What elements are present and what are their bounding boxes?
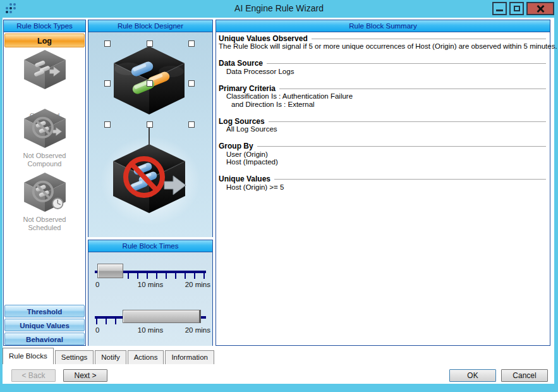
next-button[interactable]: Next > xyxy=(63,369,107,382)
section-text: The Rule Block will signal if 5 or more … xyxy=(219,42,546,51)
ok-button[interactable]: OK xyxy=(449,369,496,382)
behavioral-button[interactable]: Behavioral xyxy=(4,333,85,345)
clock-icon xyxy=(52,199,63,209)
unique-values-button[interactable]: Unique Values xyxy=(4,319,85,331)
summary-section: Log Sources All Log Sources xyxy=(219,117,546,133)
minimize-icon xyxy=(496,9,503,11)
titlebar: AI Engine Rule Wizard xyxy=(0,0,558,18)
maximize-icon xyxy=(514,6,520,11)
time-slider-handle[interactable] xyxy=(97,264,123,278)
close-icon xyxy=(537,5,544,13)
tick-label: 10 mins xyxy=(133,326,168,334)
selection-handle[interactable] xyxy=(147,80,153,87)
rule-block-summary-header: Rule Block Summary xyxy=(216,20,550,32)
rule-block-types-panel: Rule Block Types Log Observed xyxy=(3,20,86,346)
tick-label: 10 mins xyxy=(133,281,168,288)
section-title: Unique Values xyxy=(219,175,270,183)
selection-handle[interactable] xyxy=(188,121,195,128)
section-title: Group By xyxy=(219,142,253,150)
type-label: Not Observed xyxy=(4,216,85,224)
tick-label: 20 mins xyxy=(185,281,210,288)
tab-information[interactable]: Information xyxy=(165,350,214,364)
section-text: Host (Impacted) xyxy=(219,158,546,166)
summary-section: Data Source Data Processor Logs xyxy=(219,59,546,76)
tab-actions[interactable]: Actions xyxy=(128,350,164,364)
section-text: Host (Origin) >= 5 xyxy=(219,183,546,192)
designer-canvas[interactable] xyxy=(88,32,212,237)
tab-settings[interactable]: Settings xyxy=(55,350,94,364)
tick-label: 0 xyxy=(95,281,99,288)
selection-handle[interactable] xyxy=(104,40,111,47)
dialog-client-area: Rule Block Types Log Observed xyxy=(3,18,554,384)
section-title: Log Sources xyxy=(219,117,265,126)
selection-handle[interactable] xyxy=(104,80,111,87)
not-observed-scheduled-cube-icon xyxy=(21,171,69,213)
rule-block-times-panel: Rule Block Times 0 10 mins 20 mins 0 10 … xyxy=(88,240,213,346)
time-slider-ticks xyxy=(128,271,206,279)
selection-handle[interactable] xyxy=(188,40,195,47)
section-title: Unique Values Observed xyxy=(219,34,308,43)
not-observed-compound-cube-icon xyxy=(21,107,69,149)
summary-section: Primary Criteria Classification Is : Aut… xyxy=(219,84,546,108)
tick-label: 0 xyxy=(95,326,99,334)
section-text: All Log Sources xyxy=(219,125,546,133)
selection-handle[interactable] xyxy=(188,80,195,87)
rule-block-designer-header: Rule Block Designer xyxy=(88,20,212,32)
type-label: Not Observed xyxy=(4,152,85,160)
type-item-not-observed-scheduled[interactable]: Not Observed Scheduled xyxy=(4,171,85,213)
selection-handle[interactable] xyxy=(104,121,111,128)
not-observed-cube[interactable] xyxy=(107,141,193,217)
section-text: User (Origin) xyxy=(219,150,546,159)
type-label: Compound xyxy=(4,160,85,168)
type-item-not-observed-compound[interactable]: Not Observed Compound xyxy=(4,107,85,149)
section-text: and Direction Is : External xyxy=(219,101,546,109)
cancel-button[interactable]: Cancel xyxy=(501,369,548,382)
summary-section: Group By User (Origin) Host (Impacted) xyxy=(219,142,546,166)
section-text: Classification Is : Authentication Failu… xyxy=(219,92,546,101)
section-title: Data Source xyxy=(219,59,263,68)
time-range-ticks xyxy=(96,316,124,324)
rule-block-types-header: Rule Block Types xyxy=(4,20,85,32)
section-text: Data Processor Logs xyxy=(219,68,546,76)
tab-notify[interactable]: Notify xyxy=(95,350,126,364)
threshold-button[interactable]: Threshold xyxy=(4,305,85,317)
close-button[interactable] xyxy=(526,2,554,15)
summary-section: Unique Values Host (Origin) >= 5 xyxy=(219,175,546,192)
section-title: Primary Criteria xyxy=(219,84,276,93)
selection-handle[interactable] xyxy=(147,40,153,47)
rule-block-designer-panel: Rule Block Designer xyxy=(88,20,213,237)
summary-section: Unique Values Observed The Rule Block wi… xyxy=(219,34,546,51)
back-button[interactable]: < Back xyxy=(11,369,56,382)
maximize-button[interactable] xyxy=(509,2,524,15)
window-title: AI Engine Rule Wizard xyxy=(0,3,558,13)
minimize-button[interactable] xyxy=(492,2,507,15)
tab-rule-blocks[interactable]: Rule Blocks xyxy=(3,348,54,364)
observed-cube-icon xyxy=(21,49,69,90)
type-label: Scheduled xyxy=(4,224,85,232)
time-range-handle[interactable] xyxy=(123,310,201,323)
rule-block-times-header: Rule Block Times xyxy=(88,240,212,252)
type-item-observed[interactable]: Observed xyxy=(4,49,85,90)
rule-block-summary-panel: Rule Block Summary Unique Values Observe… xyxy=(215,20,550,346)
wizard-tabbar: Rule Blocks Settings Notify Actions Info… xyxy=(3,347,215,364)
log-type-button[interactable]: Log xyxy=(4,34,85,47)
tick-label: 20 mins xyxy=(185,326,210,334)
selection-handle[interactable] xyxy=(147,121,153,128)
